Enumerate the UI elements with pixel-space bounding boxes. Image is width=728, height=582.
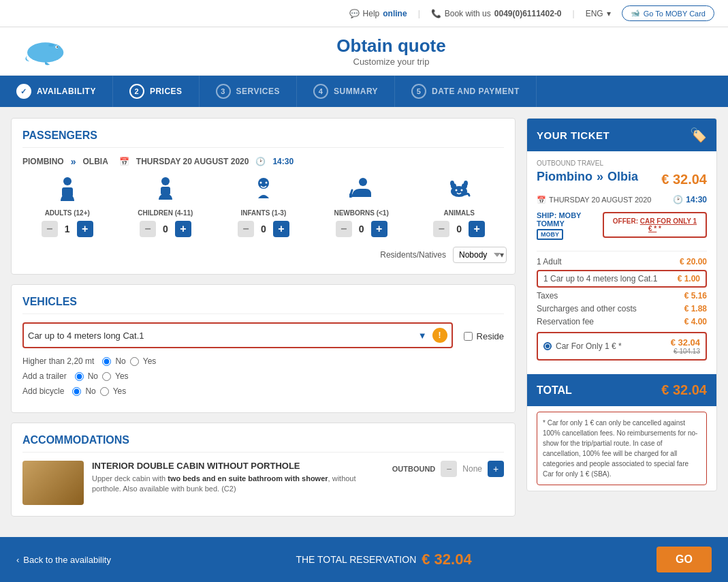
car-offer-base-price: € 104.13	[671, 348, 700, 355]
route-from: PIOMBINO	[22, 157, 64, 166]
ticket-line-taxes: Taxes € 5.16	[537, 291, 707, 301]
clock-icon: 🕑	[255, 157, 266, 166]
adults-plus-button[interactable]: +	[77, 221, 93, 237]
svg-point-14	[349, 194, 353, 198]
step-availability[interactable]: ✓ AVAILABILITY	[0, 76, 113, 107]
step-prices[interactable]: 2 PRICES	[113, 76, 200, 107]
go-button[interactable]: GO	[656, 547, 712, 564]
trailer-no-radio[interactable]	[75, 372, 84, 381]
adults-value: 1	[61, 224, 74, 234]
ticket-price: € 32.04	[661, 172, 707, 187]
total-label: TOTAL	[537, 384, 572, 397]
infants-plus-button[interactable]: +	[273, 221, 289, 237]
vehicle-dropdown[interactable]: Car up to 4 meters long Cat.1 Car up to …	[28, 331, 413, 341]
svg-point-11	[265, 182, 267, 184]
step2-num: 2	[129, 84, 144, 99]
route-info: PIOMBINO » OLBIA 📅 THURSDAY 20 AUGUST 20…	[22, 156, 504, 167]
ticket-line-surcharges: Surcharges and other costs € 1.88	[537, 304, 707, 313]
route-date: THURSDAY 20 AUGUST 2020	[136, 157, 249, 166]
newborns-plus-button[interactable]: +	[371, 221, 387, 237]
animals-label: ANIMALS	[443, 209, 475, 217]
ticket-route-to: Olbia	[607, 170, 638, 184]
resident-checkbox[interactable]	[464, 332, 473, 341]
children-value: 0	[159, 224, 172, 234]
bicycle-label: Add bicycle	[22, 386, 64, 396]
trailer-label: Add a trailer	[22, 371, 67, 381]
step5-num: 5	[411, 84, 426, 99]
children-plus-button[interactable]: +	[175, 221, 191, 237]
bicycle-yes-radio[interactable]	[100, 387, 109, 396]
step-summary[interactable]: 4 SUMMARY	[297, 76, 395, 107]
passengers-grid: ADULTS (12+) − 1 +	[22, 177, 504, 237]
children-minus-button[interactable]: −	[140, 221, 156, 237]
vehicle-info-button[interactable]: !	[432, 328, 447, 343]
adults-label: ADULTS (12+)	[45, 209, 90, 217]
children-label: CHILDREN (4-11)	[138, 209, 193, 217]
step5-label: DATE AND PAYMENT	[432, 87, 520, 96]
passengers-section: PASSENGERS PIOMBINO » OLBIA 📅 THURSDAY 2…	[11, 118, 516, 275]
ticket-line-reservation: Reservation fee € 4.00	[537, 317, 707, 326]
bottom-bar: ‹ Back to the availability THE TOTAL RES…	[0, 537, 728, 564]
trailer-yes-radio[interactable]	[102, 372, 111, 381]
step-services[interactable]: 3 SERVICES	[200, 76, 297, 107]
step3-label: SERVICES	[236, 87, 280, 96]
help-item: 💬 Help online	[349, 9, 407, 18]
moby-logo: MOBY	[541, 231, 559, 238]
route-time: 14:30	[272, 157, 294, 166]
go-moby-card-button[interactable]: 🐋 Go To MOBY Card	[622, 5, 714, 21]
phone-number: 0049(0)6111402-0	[494, 9, 562, 18]
bicycle-yes-label: Yes	[113, 386, 127, 396]
accommodations-section: ACCOMMODATIONS INTERIOR DOUBLE CABIN WIT…	[11, 423, 516, 517]
language-selector[interactable]: ENG ▾	[586, 9, 611, 18]
ticket-body: OUTBOUND TRAVEL Piombino » Olbia € 32.04…	[527, 151, 716, 374]
right-panel: YOUR TICKET 🏷️ OUTBOUND TRAVEL Piombino …	[526, 118, 717, 517]
height-no-radio[interactable]	[102, 357, 111, 366]
newborn-icon	[349, 177, 374, 205]
svg-point-4	[48, 44, 54, 46]
residents-select[interactable]: Nobody Sardinia Elba	[453, 247, 507, 263]
car-offer-radio[interactable]	[543, 342, 552, 350]
accommodation-info: INTERIOR DOUBLE CABIN WITHOUT PORTHOLE U…	[92, 461, 384, 495]
page-title-area: Obtain quote Customize your trip	[75, 35, 708, 67]
accommodation-name: INTERIOR DOUBLE CABIN WITHOUT PORTHOLE	[92, 461, 384, 471]
route-to: OLBIA	[82, 157, 108, 166]
step-navigation: ✓ AVAILABILITY 2 PRICES 3 SERVICES 4 SUM…	[0, 76, 728, 107]
ticket-route: Piombino » Olbia	[537, 170, 638, 184]
accommodation-item: INTERIOR DOUBLE CABIN WITHOUT PORTHOLE U…	[22, 461, 504, 505]
top-bar: 💬 Help online | 📞 Book with us 0049(0)61…	[0, 0, 728, 27]
svg-point-19	[464, 181, 468, 186]
adult-icon	[58, 177, 77, 205]
accommodation-minus-button[interactable]: −	[441, 461, 457, 477]
residents-label: Residents/Natives	[380, 250, 446, 260]
height-option-row: Higher than 2,20 mt No Yes	[22, 356, 504, 366]
route-arrow-icon: »	[71, 156, 76, 167]
phone-item: 📞 Book with us 0049(0)6111402-0	[431, 9, 562, 18]
infants-minus-button[interactable]: −	[238, 221, 254, 237]
page-header: Obtain quote Customize your trip	[0, 27, 728, 76]
animals-minus-button[interactable]: −	[433, 221, 449, 237]
bicycle-no-radio[interactable]	[72, 387, 81, 396]
step1-label: AVAILABILITY	[37, 87, 96, 96]
passengers-title: PASSENGERS	[22, 129, 504, 148]
svg-point-21	[461, 189, 463, 192]
help-online-link[interactable]: online	[383, 9, 407, 18]
clock-icon: 🕑	[673, 195, 683, 204]
height-no-label: No	[115, 356, 125, 366]
disclaimer-text: * Car for only 1 € can only be cancelled…	[543, 419, 697, 478]
ticket-route-from: Piombino	[537, 170, 592, 184]
step-date-payment[interactable]: 5 DATE AND PAYMENT	[395, 76, 537, 107]
logo	[20, 34, 75, 68]
back-button[interactable]: ‹ Back to the availability	[16, 555, 111, 565]
tag-icon: 🏷️	[690, 127, 707, 143]
ship-info: SHIP: MOBY TOMMY MOBY	[537, 211, 603, 240]
accommodation-none-label: None	[462, 464, 482, 474]
svg-point-5	[63, 177, 72, 185]
bicycle-no-label: No	[85, 386, 95, 396]
height-yes-radio[interactable]	[130, 357, 139, 366]
animal-icon	[447, 177, 471, 205]
adults-minus-button[interactable]: −	[42, 221, 58, 237]
newborns-minus-button[interactable]: −	[336, 221, 352, 237]
svg-point-3	[57, 46, 58, 48]
animals-plus-button[interactable]: +	[469, 221, 485, 237]
accommodation-plus-button[interactable]: +	[488, 461, 504, 477]
